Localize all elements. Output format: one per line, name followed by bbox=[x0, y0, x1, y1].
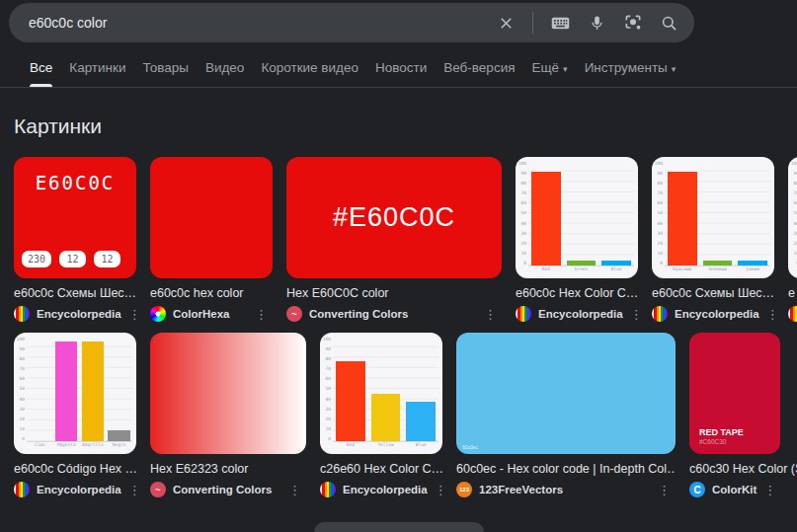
chart-bar-slot bbox=[735, 161, 770, 266]
result-thumbnail[interactable] bbox=[150, 157, 273, 278]
result-thumbnail[interactable]: 60c0ec bbox=[456, 333, 676, 454]
result-source[interactable]: ⋮ bbox=[788, 306, 797, 322]
rgb-badges: 2301212 bbox=[22, 251, 120, 267]
tab-more[interactable]: Ещё▾ bbox=[531, 60, 567, 87]
result-title[interactable]: e60c0c Código Hex … bbox=[14, 462, 136, 476]
result-title[interactable]: e bbox=[788, 286, 797, 300]
result-title[interactable]: c26e60 Hex Color C… bbox=[320, 462, 442, 476]
y-tick-label: 40 bbox=[326, 397, 331, 402]
y-tick-label: 60 bbox=[326, 376, 331, 381]
x-tick-label: Red bbox=[528, 266, 564, 276]
more-options-icon[interactable]: ⋮ bbox=[255, 307, 273, 322]
tab-web[interactable]: Веб-версия bbox=[443, 60, 515, 87]
y-tick-label: 60 bbox=[658, 200, 663, 205]
chart-bar bbox=[531, 172, 561, 266]
chart-bar-slot bbox=[564, 161, 599, 266]
more-options-icon[interactable]: ⋮ bbox=[766, 307, 784, 322]
camera-lens-icon[interactable] bbox=[623, 13, 643, 33]
y-tick-label: 80 bbox=[794, 181, 797, 186]
result-title[interactable]: 60c0ec - Hex color code | In-depth Col… bbox=[456, 462, 676, 476]
chart-bar-slot bbox=[80, 337, 107, 441]
result-thumbnail[interactable]: E60C0C2301212 bbox=[14, 157, 136, 278]
hex-code-label: E60C0C bbox=[14, 172, 136, 193]
chart-x-labels: RedYellowBlue bbox=[333, 442, 438, 452]
more-options-icon[interactable]: ⋮ bbox=[128, 483, 146, 497]
search-icon[interactable] bbox=[660, 14, 678, 33]
result-thumbnail[interactable]: 1009080706050403020100RedGreenBlue bbox=[516, 157, 638, 278]
clear-icon[interactable] bbox=[497, 14, 516, 33]
tab-all[interactable]: Все bbox=[30, 60, 52, 87]
y-tick-label: 50 bbox=[326, 386, 331, 391]
result-title[interactable]: e60c0c Схемы Шес… bbox=[14, 286, 136, 300]
result-source[interactable]: Encycolorpedia⋮ bbox=[14, 482, 136, 497]
result-source[interactable]: Encycolorpedia⋮ bbox=[516, 306, 638, 322]
result-source[interactable]: Encycolorpedia⋮ bbox=[14, 306, 136, 322]
result-thumbnail[interactable] bbox=[150, 333, 306, 454]
chart-y-axis: 1009080706050403020100 bbox=[16, 337, 27, 452]
result-title[interactable]: c60c30 Hex Color (S… bbox=[689, 462, 797, 476]
y-tick-label: 70 bbox=[20, 366, 25, 371]
search-bar[interactable]: e60c0c color bbox=[9, 3, 694, 42]
result-source[interactable]: ~Converting Colors⋮ bbox=[286, 306, 502, 322]
result-title[interactable]: e60c0c hex color bbox=[150, 286, 273, 300]
tab-shopping[interactable]: Товары bbox=[142, 60, 188, 87]
more-options-icon[interactable]: ⋮ bbox=[288, 483, 306, 497]
result-source[interactable]: Encycolorpedia⋮ bbox=[652, 306, 774, 322]
result-thumbnail[interactable]: #E60C0C bbox=[286, 157, 502, 278]
more-options-icon[interactable]: ⋮ bbox=[128, 307, 146, 322]
y-tick-label: 0 bbox=[22, 436, 25, 441]
more-options-icon[interactable]: ⋮ bbox=[763, 483, 781, 497]
more-options-icon[interactable]: ⋮ bbox=[630, 307, 648, 322]
result-title[interactable]: e60c0c Схемы Шес… bbox=[652, 286, 774, 300]
result-source-name: ColorKit bbox=[712, 484, 757, 495]
chart-bar-slot bbox=[27, 337, 53, 441]
y-tick-label: 10 bbox=[658, 251, 663, 256]
tab-news[interactable]: Новости bbox=[375, 60, 427, 87]
bottom-scroll-pill[interactable] bbox=[314, 522, 484, 532]
more-options-icon[interactable]: ⋮ bbox=[658, 483, 676, 497]
y-tick-label: 60 bbox=[521, 200, 526, 205]
y-tick-label: 20 bbox=[658, 241, 663, 246]
result-source[interactable]: Encycolorpedia⋮ bbox=[320, 482, 442, 497]
result-title[interactable]: Hex E60C0C color bbox=[286, 286, 502, 300]
result-source[interactable]: ColorHexa⋮ bbox=[150, 306, 273, 322]
results-tabs: ВсеКартинкиТоварыВидеоКороткие видеоНово… bbox=[0, 42, 797, 88]
result-thumbnail[interactable]: 1009080706050403020100КрасныйЗеленыйСини… bbox=[652, 157, 774, 278]
more-options-icon[interactable]: ⋮ bbox=[484, 307, 502, 322]
y-tick-label: 80 bbox=[20, 356, 25, 361]
keyboard-icon[interactable] bbox=[550, 13, 571, 34]
tab-images[interactable]: Картинки bbox=[69, 60, 125, 87]
result-source-name: 123FreeVectors bbox=[479, 484, 563, 495]
y-tick-label: 100 bbox=[655, 161, 663, 166]
y-tick-label: 20 bbox=[521, 241, 526, 246]
search-input[interactable]: e60c0c color bbox=[29, 15, 107, 31]
y-tick-label: 10 bbox=[326, 426, 331, 431]
result-card: 1009080706050403020100RedGreenBluee60c0c… bbox=[516, 157, 638, 322]
x-tick-label: Negro bbox=[106, 442, 132, 452]
result-source-name: Converting Colors bbox=[173, 484, 272, 495]
result-title[interactable]: e60c0c Hex Color C… bbox=[516, 286, 638, 300]
chart-bar-slot bbox=[700, 161, 736, 266]
chart-y-axis: 1009080706050403020100 bbox=[322, 337, 333, 452]
chart-bar-slot bbox=[106, 337, 132, 441]
result-thumbnail[interactable]: 1009080706050403020100RedYellowBlue bbox=[320, 333, 442, 454]
result-thumbnail[interactable]: 1009080706050403020100CianMagentaAmarill… bbox=[14, 333, 136, 454]
chart-bar-slot bbox=[598, 161, 634, 266]
result-thumbnail[interactable]: RED TAPE#C60C30 bbox=[689, 333, 780, 454]
result-title[interactable]: Hex E62323 color bbox=[150, 462, 306, 476]
tab-tools[interactable]: Инструменты▾ bbox=[585, 60, 677, 87]
tab-short-videos[interactable]: Короткие видео bbox=[261, 60, 359, 87]
tab-videos[interactable]: Видео bbox=[205, 60, 244, 87]
x-tick-label: Красный bbox=[665, 266, 700, 276]
more-options-icon[interactable]: ⋮ bbox=[435, 483, 452, 497]
result-thumbnail[interactable]: 1009080706050403020100RedGreenBlue bbox=[788, 157, 797, 278]
chart-bar-slot bbox=[665, 161, 700, 266]
result-source[interactable]: ~Converting Colors⋮ bbox=[150, 482, 306, 497]
colorkit-favicon: C bbox=[689, 482, 705, 497]
chart-bar-slot bbox=[403, 337, 438, 441]
mic-icon[interactable] bbox=[588, 14, 606, 33]
result-source[interactable]: CColorKit⋮ bbox=[689, 482, 780, 497]
result-source[interactable]: 123123FreeVectors⋮ bbox=[456, 482, 676, 497]
result-card: 1009080706050403020100RedGreenBluee⋮ bbox=[788, 157, 797, 322]
rgb-value-badge: 230 bbox=[22, 251, 51, 267]
